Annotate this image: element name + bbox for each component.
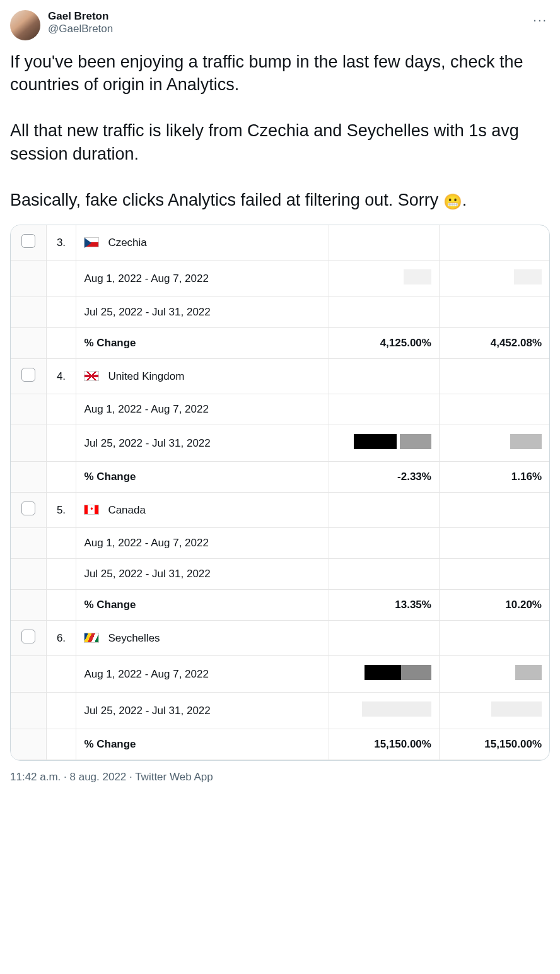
flag-uk-icon	[84, 371, 99, 381]
change-value-2: 1.16%	[439, 462, 549, 493]
flag-canada-icon	[84, 505, 99, 515]
change-label: % Change	[76, 590, 329, 621]
table-row: % Change 15,150.00% 15,150.00%	[11, 729, 549, 760]
rank-cell: 6.	[46, 621, 76, 656]
tweet-text: If you've been enjoying a traffic bump i…	[10, 50, 550, 212]
author-handle[interactable]: @GaelBreton	[48, 23, 113, 35]
period-label: Jul 25, 2022 - Jul 31, 2022	[76, 425, 329, 462]
period-label: Jul 25, 2022 - Jul 31, 2022	[76, 559, 329, 590]
table-row: Jul 25, 2022 - Jul 31, 2022	[11, 693, 549, 729]
table-row: 6. Seychelles	[11, 621, 549, 656]
table-row: Aug 1, 2022 - Aug 7, 2022	[11, 656, 549, 693]
country-cell[interactable]: Czechia	[76, 225, 329, 261]
period-label: Aug 1, 2022 - Aug 7, 2022	[76, 528, 329, 559]
change-value-2: 10.20%	[439, 590, 549, 621]
period-label: Jul 25, 2022 - Jul 31, 2022	[76, 297, 329, 328]
tweet-line-2: All that new traffic is likely from Czec…	[10, 121, 523, 163]
change-value-1: -2.33%	[329, 462, 440, 493]
country-name: Canada	[108, 504, 146, 516]
change-value-2: 4,452.08%	[439, 328, 549, 359]
more-icon[interactable]: ···	[530, 10, 550, 30]
rank-cell: 5.	[46, 493, 76, 528]
flag-czechia-icon	[84, 237, 99, 247]
table-row: % Change 4,125.00% 4,452.08%	[11, 328, 549, 359]
country-cell[interactable]: Canada	[76, 493, 329, 528]
flag-seychelles-icon	[84, 633, 99, 643]
country-name: Czechia	[108, 237, 146, 249]
change-value-1: 13.35%	[329, 590, 440, 621]
author-block[interactable]: Gael Breton @GaelBreton	[10, 10, 113, 40]
change-value-2: 15,150.00%	[439, 729, 549, 760]
analytics-screenshot: 3. Czechia Aug 1, 2022 - Aug 7, 2022 Jul…	[10, 225, 550, 761]
table-row: Aug 1, 2022 - Aug 7, 2022	[11, 528, 549, 559]
avatar[interactable]	[10, 10, 40, 40]
country-name: United Kingdom	[108, 370, 184, 382]
tweet-line-1: If you've been enjoying a traffic bump i…	[10, 52, 528, 94]
table-row: Aug 1, 2022 - Aug 7, 2022	[11, 261, 549, 297]
table-row: 5. Canada	[11, 493, 549, 528]
country-cell[interactable]: United Kingdom	[76, 359, 329, 394]
country-cell[interactable]: Seychelles	[76, 621, 329, 656]
row-checkbox[interactable]	[21, 630, 35, 643]
table-row: 4. United Kingdom	[11, 359, 549, 394]
period-label: Aug 1, 2022 - Aug 7, 2022	[76, 261, 329, 297]
tweet-line-3a: Basically, fake clicks Analytics failed …	[10, 191, 443, 209]
tweet-header: Gael Breton @GaelBreton ···	[10, 10, 550, 40]
rank-cell: 3.	[46, 225, 76, 261]
row-checkbox[interactable]	[21, 368, 35, 382]
table-row: % Change -2.33% 1.16%	[11, 462, 549, 493]
change-label: % Change	[76, 462, 329, 493]
period-label: Aug 1, 2022 - Aug 7, 2022	[76, 394, 329, 425]
row-checkbox[interactable]	[21, 502, 35, 515]
period-label: Aug 1, 2022 - Aug 7, 2022	[76, 656, 329, 693]
table-row: Jul 25, 2022 - Jul 31, 2022	[11, 297, 549, 328]
change-value-1: 4,125.00%	[329, 328, 440, 359]
change-label: % Change	[76, 328, 329, 359]
table-row: Aug 1, 2022 - Aug 7, 2022	[11, 394, 549, 425]
tweet-timestamp[interactable]: 11:42 a.m. · 8 aug. 2022 · Twitter Web A…	[10, 771, 550, 783]
author-name[interactable]: Gael Breton	[48, 10, 113, 23]
table-row: Jul 25, 2022 - Jul 31, 2022	[11, 559, 549, 590]
table-row: % Change 13.35% 10.20%	[11, 590, 549, 621]
country-name: Seychelles	[108, 632, 160, 644]
change-value-1: 15,150.00%	[329, 729, 440, 760]
rank-cell: 4.	[46, 359, 76, 394]
row-checkbox[interactable]	[21, 234, 35, 248]
table-row: Jul 25, 2022 - Jul 31, 2022	[11, 425, 549, 462]
analytics-table: 3. Czechia Aug 1, 2022 - Aug 7, 2022 Jul…	[11, 225, 549, 760]
period-label: Jul 25, 2022 - Jul 31, 2022	[76, 693, 329, 729]
table-row: 3. Czechia	[11, 225, 549, 261]
change-label: % Change	[76, 729, 329, 760]
tweet-line-3b: .	[462, 191, 467, 209]
grimace-emoji-icon: 😬	[443, 193, 462, 210]
